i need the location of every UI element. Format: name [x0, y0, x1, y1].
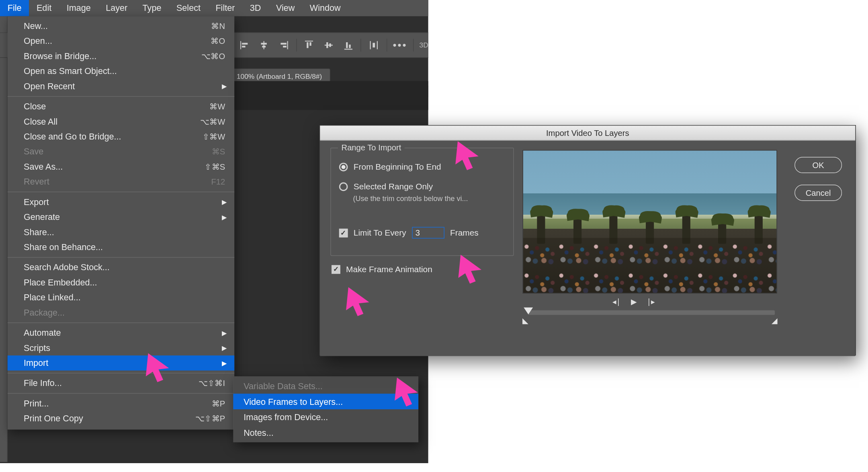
trim-slider-track[interactable]	[528, 310, 775, 315]
menu-item-label: Open Recent	[24, 80, 75, 93]
menu-item-close[interactable]: Close⌘W	[8, 99, 234, 114]
menu-item-import[interactable]: Import▶	[8, 355, 234, 370]
svg-rect-10	[307, 42, 309, 48]
menu-item-open-recent[interactable]: Open Recent▶	[8, 79, 234, 94]
play-icon[interactable]: ▶	[631, 298, 637, 306]
trim-in-handle-icon[interactable]: ◣	[522, 316, 528, 325]
menu-shortcut: ⌘O	[211, 35, 225, 47]
cancel-button[interactable]: Cancel	[794, 185, 842, 201]
menu-item-browse-in-bridge[interactable]: Browse in Bridge...⌥⌘O	[8, 49, 234, 64]
separator	[361, 39, 361, 51]
trim-out-handle-icon[interactable]: ◢	[772, 316, 777, 325]
menu-item-place-embedded[interactable]: Place Embedded...	[8, 275, 234, 290]
menu-item-label: Save	[24, 145, 43, 158]
menu-item-share[interactable]: Share...	[8, 225, 234, 240]
next-frame-icon[interactable]: ∣▸	[647, 298, 655, 306]
range-to-import-group: Range To Import From Beginning To End Se…	[330, 148, 514, 256]
radio-selected-icon	[339, 162, 348, 171]
more-options-icon[interactable]: •••	[393, 38, 407, 53]
menu-item-generate[interactable]: Generate▶	[8, 209, 234, 224]
menu-item-scripts[interactable]: Scripts▶	[8, 341, 234, 355]
menu-item-label: Share...	[24, 226, 54, 239]
menu-shortcut: ⌘P	[212, 397, 225, 410]
menu-item-place-linked[interactable]: Place Linked...	[8, 290, 234, 305]
svg-rect-1	[242, 43, 247, 45]
menu-item-revert: RevertF12	[8, 174, 234, 189]
svg-marker-25	[455, 141, 479, 170]
menu-edit[interactable]: Edit	[29, 0, 59, 16]
svg-rect-11	[310, 42, 311, 46]
align-center-h-icon[interactable]	[257, 38, 271, 53]
menu-shortcut: ⌥⇧⌘I	[199, 377, 225, 390]
menu-type[interactable]: Type	[135, 0, 169, 16]
limit-frames-input[interactable]	[412, 227, 444, 238]
menu-item-label: File Info...	[24, 377, 62, 390]
menu-item-export[interactable]: Export▶	[8, 195, 234, 209]
svg-rect-20	[373, 43, 375, 48]
playhead-thumb-icon[interactable]	[524, 308, 533, 314]
menu-item-automate[interactable]: Automate▶	[8, 325, 234, 340]
menu-item-open-as-smart-object[interactable]: Open as Smart Object...	[8, 64, 234, 78]
align-top-icon[interactable]	[303, 38, 316, 53]
align-left-icon[interactable]	[238, 38, 252, 53]
menu-item-save-as[interactable]: Save As...⇧⌘S	[8, 159, 234, 174]
svg-rect-13	[326, 42, 328, 48]
annotation-arrow-icon	[143, 351, 172, 383]
ok-button[interactable]: OK	[794, 157, 842, 173]
annotation-arrow-icon	[456, 252, 485, 284]
svg-rect-5	[262, 46, 266, 47]
svg-marker-23	[458, 255, 481, 284]
menu-window[interactable]: Window	[302, 0, 348, 16]
prev-frame-icon[interactable]: ◂∣	[612, 298, 620, 306]
svg-rect-17	[349, 45, 350, 48]
radio-label: Selected Range Only	[354, 182, 433, 191]
file-menu-dropdown: New...⌘NOpen...⌘OBrowse in Bridge...⌥⌘OO…	[8, 16, 234, 429]
limit-checkbox[interactable]	[339, 228, 348, 237]
mode-3d-label[interactable]: 3D	[420, 41, 428, 49]
menu-item-new[interactable]: New...⌘N	[8, 18, 234, 33]
menu-item-label: Import	[24, 357, 48, 369]
menu-item-print[interactable]: Print...⌘P	[8, 396, 234, 411]
limit-suffix: Frames	[450, 228, 479, 237]
make-frame-checkbox[interactable]	[332, 265, 340, 274]
svg-rect-16	[346, 42, 348, 48]
menu-item-label: Browse in Bridge...	[24, 50, 96, 63]
menu-item-close-and-go-to-bridge[interactable]: Close and Go to Bridge...⇧⌘W	[8, 129, 234, 144]
menu-item-label: Print One Copy	[24, 412, 83, 425]
menu-shortcut: ⌘S	[212, 145, 225, 158]
distribute-icon[interactable]	[367, 38, 381, 53]
limit-to-every-row: Limit To Every Frames	[339, 227, 479, 238]
menu-filter[interactable]: Filter	[208, 0, 242, 16]
svg-rect-2	[242, 46, 245, 47]
radio-hint: (Use the trim controls below the vi...	[353, 195, 468, 203]
align-right-icon[interactable]	[277, 38, 291, 53]
menu-3d[interactable]: 3D	[242, 0, 268, 16]
menu-file[interactable]: File	[0, 0, 29, 16]
menu-item-search-adobe-stock[interactable]: Search Adobe Stock...	[8, 260, 234, 275]
svg-rect-7	[280, 43, 286, 45]
submenu-item-video-frames-to-layers[interactable]: Video Frames to Layers...	[233, 394, 418, 409]
separator	[413, 39, 414, 51]
radio-selected-range[interactable]: Selected Range Only	[339, 182, 433, 191]
menu-item-label: Export	[24, 196, 49, 209]
annotation-arrow-icon	[392, 375, 421, 407]
menu-item-file-info[interactable]: File Info...⌥⇧⌘I	[8, 376, 234, 391]
menu-item-print-one-copy[interactable]: Print One Copy⌥⇧⌘P	[8, 411, 234, 426]
menu-item-close-all[interactable]: Close All⌥⌘W	[8, 114, 234, 129]
align-middle-v-icon[interactable]	[322, 38, 336, 53]
menu-layer[interactable]: Layer	[98, 0, 135, 16]
menu-item-package: Package...	[8, 305, 234, 320]
import-video-dialog: Import Video To Layers Range To Import F…	[319, 125, 856, 355]
menu-image[interactable]: Image	[59, 0, 98, 16]
video-preview	[522, 150, 777, 293]
separator	[296, 39, 297, 51]
submenu-item-notes[interactable]: Notes...	[233, 425, 418, 441]
align-bottom-icon[interactable]	[341, 38, 355, 53]
menu-item-share-on-behance[interactable]: Share on Behance...	[8, 240, 234, 254]
menu-item-open[interactable]: Open...⌘O	[8, 34, 234, 49]
make-frame-animation-row[interactable]: Make Frame Animation	[332, 265, 432, 274]
radio-from-beginning[interactable]: From Beginning To End	[339, 162, 441, 171]
menu-select[interactable]: Select	[169, 0, 208, 16]
menu-view[interactable]: View	[268, 0, 302, 16]
submenu-item-images-from-device[interactable]: Images from Device...	[233, 409, 418, 425]
